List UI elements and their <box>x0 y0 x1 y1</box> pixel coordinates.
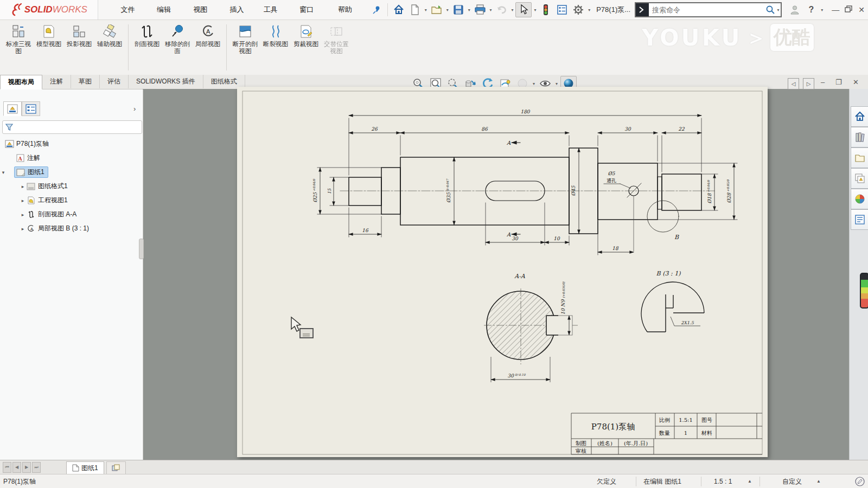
expand-arrow-icon[interactable]: ▸ <box>20 184 26 189</box>
search-magnifier-icon[interactable] <box>765 5 775 15</box>
dim-phi35[interactable]: Ø350/-0.047 <box>446 178 451 203</box>
help-caret-icon[interactable]: ▾ <box>819 8 825 12</box>
undo-caret-icon[interactable]: ▾ <box>510 8 515 12</box>
search-input[interactable] <box>649 6 765 14</box>
display-style-caret-icon[interactable]: ▾ <box>531 81 537 86</box>
minimize-button[interactable]: — <box>829 5 842 14</box>
dim-86[interactable]: 86 <box>481 126 488 132</box>
menu-window[interactable]: 窗口(W) <box>293 0 331 20</box>
menu-tools[interactable]: 工具(T) <box>257 0 293 20</box>
expand-arrow-icon[interactable]: ▸ <box>20 198 26 203</box>
hole-callout[interactable]: Ø5 通孔 <box>604 171 630 188</box>
login-user-icon[interactable] <box>787 3 802 17</box>
add-sheet-tab[interactable] <box>106 461 126 474</box>
auxiliary-view-button[interactable]: 辅助视图 <box>95 22 124 75</box>
tree-drawing-view1-row[interactable]: ▸ 工程视图1 <box>0 194 143 207</box>
select-tool-button[interactable] <box>515 2 532 17</box>
standard-3view-button[interactable]: 标准三视图 <box>4 22 33 75</box>
broken-out-section-button[interactable]: 断开的剖视图 <box>231 22 260 75</box>
close-button[interactable]: ✕ <box>855 5 868 14</box>
appearances-button[interactable] <box>851 189 868 209</box>
menu-view[interactable]: 视图(V) <box>187 0 223 20</box>
next-document-button[interactable]: ▷ <box>803 78 814 89</box>
detail-view-b[interactable]: B (3 : 1) 2X1.5 <box>641 270 704 332</box>
command-search-box[interactable]: ▾ <box>635 2 782 17</box>
panel-splitter-handle[interactable] <box>139 239 144 259</box>
model-view-button[interactable]: 模型视图 <box>34 22 63 75</box>
menu-edit[interactable]: 编辑(E) <box>150 0 187 20</box>
status-units[interactable]: 自定义 <box>782 474 802 488</box>
dim-key-30[interactable]: 30 <box>512 236 519 241</box>
design-library-button[interactable] <box>851 127 868 147</box>
help-button[interactable]: ? <box>803 3 819 17</box>
interrupt-traffic-light-icon[interactable] <box>538 3 553 17</box>
prev-sheet-button[interactable]: ◀ <box>12 462 21 473</box>
open-button[interactable] <box>429 3 444 17</box>
file-explorer-button[interactable] <box>851 147 868 168</box>
tab-sw-addins[interactable]: SOLIDWORKS 插件 <box>129 75 203 88</box>
search-commands-icon[interactable] <box>636 3 649 16</box>
pin-icon[interactable] <box>369 3 384 17</box>
dim-phi25[interactable]: Ø25+0.04/0 <box>312 179 318 203</box>
crop-view-button[interactable]: 剪裁视图 <box>291 22 321 75</box>
menu-help[interactable]: 帮助(H) <box>331 0 368 20</box>
save-button[interactable] <box>451 3 466 17</box>
sheet1-tab[interactable]: 图纸1 <box>66 461 104 474</box>
tab-view-layout[interactable]: 视图布局 <box>0 75 42 89</box>
tab-annotation[interactable]: 注解 <box>42 75 71 88</box>
expand-arrow-icon[interactable]: ▸ <box>20 212 26 217</box>
custom-properties-button[interactable] <box>851 209 868 230</box>
dim-10[interactable]: 10 <box>553 236 560 241</box>
dim-180[interactable]: 180 <box>520 109 530 114</box>
dim-phi28[interactable]: Ø28+0.05/0 <box>726 179 732 203</box>
tab-sketch[interactable]: 草图 <box>71 75 100 88</box>
dim-22[interactable]: 22 <box>678 126 685 132</box>
tree-annotations-row[interactable]: A 注解 <box>0 151 143 165</box>
save-caret-icon[interactable]: ▾ <box>467 8 472 12</box>
dim-phi18[interactable]: Ø18+0.04/0 <box>707 180 712 204</box>
view-palette-button[interactable] <box>851 168 868 189</box>
dim-keyway-width[interactable]: 10 N9(+0.036/0) <box>560 281 566 315</box>
first-sheet-button[interactable]: ⏮ <box>3 462 11 473</box>
section-view-button[interactable]: 剖面视图 <box>132 22 162 75</box>
restore-button[interactable] <box>842 5 855 14</box>
dim-phi45[interactable]: Ø45 <box>571 185 576 196</box>
section-view-a-a[interactable]: A-A 10 N9(+0.036/0) 300/-0.10 <box>484 273 578 382</box>
child-minimize-button[interactable]: – <box>821 78 825 86</box>
status-sheet-scale[interactable]: 1.5 : 1 <box>714 474 732 488</box>
options-caret-icon[interactable]: ▾ <box>586 8 592 12</box>
collapse-arrow-icon[interactable]: ▾ <box>0 170 7 175</box>
drawing-sheet[interactable]: Ø5 通孔 B <box>237 87 768 457</box>
previous-document-button[interactable]: ◁ <box>788 78 799 89</box>
tree-sheet1-row[interactable]: ▾ 图纸1 <box>0 165 143 179</box>
panel-expand-chevron-icon[interactable]: › <box>133 105 136 113</box>
child-restore-button[interactable]: ❐ <box>835 78 842 86</box>
feature-manager-tab[interactable] <box>3 101 22 116</box>
evaluate-panel-button[interactable] <box>554 3 570 17</box>
menu-insert[interactable]: 插入(I) <box>224 0 257 20</box>
main-view[interactable]: Ø5 通孔 B <box>312 109 737 255</box>
projected-view-button[interactable]: 投影视图 <box>65 22 94 75</box>
new-document-button[interactable] <box>407 3 423 17</box>
tab-evaluate[interactable]: 评估 <box>100 75 129 88</box>
expand-arrow-icon[interactable]: ▸ <box>20 226 26 232</box>
dim-15[interactable]: 15 <box>327 188 332 194</box>
menu-file[interactable]: 文件(F) <box>114 0 151 20</box>
dim-16[interactable]: 16 <box>362 228 369 233</box>
scale-spinner-icon[interactable]: ▲ <box>748 474 752 488</box>
new-caret-icon[interactable]: ▾ <box>423 8 429 12</box>
dim-18[interactable]: 18 <box>612 246 619 251</box>
status-edit-icon[interactable] <box>855 474 865 488</box>
detail-b-circle[interactable] <box>647 201 679 232</box>
dim-30-seg[interactable]: 30 <box>624 126 631 132</box>
detail-view-button[interactable]: A 局部视图 <box>193 22 222 75</box>
home-button[interactable] <box>391 3 406 17</box>
options-gear-button[interactable] <box>571 3 586 17</box>
tree-filter-input[interactable] <box>2 120 142 134</box>
dim-section-30[interactable]: 300/-0.10 <box>508 373 526 378</box>
units-spinner-icon[interactable]: ▲ <box>816 474 821 488</box>
tree-detail-view-row[interactable]: ▸ A 局部视图 B (3 : 1) <box>0 222 143 235</box>
open-caret-icon[interactable]: ▾ <box>445 8 450 12</box>
hide-show-caret-icon[interactable]: ▾ <box>554 81 559 86</box>
task-pane-home-button[interactable] <box>851 106 868 127</box>
